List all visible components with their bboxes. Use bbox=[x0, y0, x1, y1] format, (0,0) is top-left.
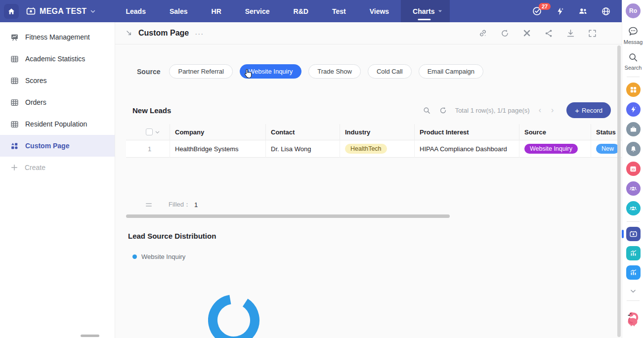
base-app-active-icon[interactable] bbox=[626, 227, 641, 241]
table-footer-summary: Filled： 1 bbox=[146, 200, 622, 209]
groups-app-icon[interactable] bbox=[626, 201, 641, 215]
table-search-icon[interactable] bbox=[423, 106, 431, 115]
collapse-arrow-icon[interactable] bbox=[125, 29, 133, 37]
right-rail: Ro Messag Search 23 bbox=[622, 0, 644, 338]
sidebar-item-label: Custom Page bbox=[25, 142, 69, 150]
column-header-company[interactable]: Company bbox=[170, 124, 265, 140]
tasks-check-icon[interactable]: 27 bbox=[532, 6, 542, 16]
chart-title: Lead Source Distribution bbox=[128, 232, 622, 240]
base-app-icon bbox=[26, 6, 36, 16]
sidebar-item-fitness-management[interactable]: Fitness Management bbox=[0, 26, 115, 48]
plus-icon bbox=[10, 164, 18, 171]
filled-label: Filled： bbox=[169, 200, 190, 209]
filter-pill-email-campaign[interactable]: Email Campaign bbox=[419, 64, 483, 79]
members-icon[interactable] bbox=[578, 6, 588, 16]
cell-source[interactable]: Website Inquiry bbox=[519, 140, 591, 158]
notification-badge: 27 bbox=[539, 3, 551, 10]
globe-icon[interactable] bbox=[601, 6, 611, 16]
share-icon[interactable] bbox=[544, 29, 554, 38]
table-refresh-icon[interactable] bbox=[439, 106, 447, 115]
refresh-icon[interactable] bbox=[500, 29, 510, 38]
column-header-product-interest[interactable]: Product Interest bbox=[414, 124, 519, 140]
svg-text:23: 23 bbox=[632, 168, 635, 171]
topbar: MEGA TEST Leads Sales HR Service R&D Tes… bbox=[0, 0, 622, 22]
sidebar-item-label: Resident Population bbox=[25, 120, 87, 128]
apps-grid-icon[interactable] bbox=[626, 83, 641, 97]
filter-pill-cold-call[interactable]: Cold Call bbox=[368, 64, 412, 79]
prev-page-button[interactable]: ‹ bbox=[538, 106, 542, 115]
horizontal-scrollbar[interactable] bbox=[126, 214, 450, 218]
more-options-button[interactable]: ··· bbox=[195, 29, 204, 38]
nav-tab-views[interactable]: Views bbox=[358, 0, 401, 22]
table-row[interactable]: 1 HealthBridge Systems Dr. Lisa Wong Hea… bbox=[126, 140, 622, 158]
fullscreen-icon[interactable] bbox=[588, 29, 597, 38]
rail-collapse[interactable] bbox=[630, 288, 637, 295]
workspace-switcher[interactable]: MEGA TEST bbox=[26, 6, 96, 16]
sidebar-create-label: Create bbox=[25, 164, 45, 171]
sidebar-item-orders[interactable]: Orders bbox=[0, 91, 115, 113]
message-bubble-icon bbox=[627, 25, 639, 37]
calendar-app-icon[interactable]: 23 bbox=[626, 162, 641, 176]
sidebar-item-academic-statistics[interactable]: Academic Statistics bbox=[0, 48, 115, 70]
download-icon[interactable] bbox=[566, 29, 575, 38]
copy-link-icon[interactable] bbox=[478, 28, 488, 38]
contacts-app-icon[interactable] bbox=[626, 181, 641, 196]
home-button[interactable] bbox=[4, 4, 19, 19]
active-app-indicator bbox=[622, 230, 624, 238]
column-header-industry[interactable]: Industry bbox=[340, 124, 414, 140]
column-header-source[interactable]: Source bbox=[519, 124, 591, 140]
home-icon bbox=[7, 7, 15, 15]
industry-tag: HealthTech bbox=[345, 144, 387, 154]
filter-pill-website-inquiry[interactable]: Website Inquiry bbox=[240, 64, 301, 79]
edit-tools-icon[interactable] bbox=[522, 28, 532, 38]
flash-app-icon[interactable] bbox=[626, 102, 641, 117]
sidebar-item-custom-page[interactable]: Custom Page bbox=[0, 135, 115, 157]
rail-divider bbox=[627, 300, 640, 301]
left-sidebar: Fitness Management Academic Statistics S… bbox=[0, 22, 115, 338]
leads-table: Company Contact Industry Product Interes… bbox=[126, 124, 622, 158]
analytics-teal-app-icon[interactable] bbox=[626, 246, 641, 260]
sidebar-create-button[interactable]: Create bbox=[0, 157, 115, 178]
cell-product-interest[interactable]: HIPAA Compliance Dashboard bbox=[414, 140, 519, 158]
table-icon bbox=[10, 98, 19, 107]
table-header-row: Company Contact Industry Product Interes… bbox=[126, 124, 622, 140]
sidebar-scrollbar-fragment[interactable] bbox=[81, 335, 99, 337]
filter-pill-partner-referral[interactable]: Partner Referral bbox=[169, 64, 232, 79]
legend-dot bbox=[132, 254, 137, 259]
column-header-contact[interactable]: Contact bbox=[265, 124, 340, 140]
donut-chart bbox=[208, 295, 262, 338]
nav-tab-rd[interactable]: R&D bbox=[282, 0, 320, 22]
filled-value: 1 bbox=[194, 201, 198, 209]
nav-tab-service[interactable]: Service bbox=[233, 0, 282, 22]
bell-app-icon[interactable] bbox=[626, 142, 641, 156]
next-page-button[interactable]: › bbox=[550, 106, 555, 115]
add-record-button[interactable]: + Record bbox=[566, 102, 611, 118]
analytics-blue-app-icon[interactable] bbox=[626, 265, 641, 280]
sidebar-item-label: Orders bbox=[25, 98, 46, 106]
briefcase-app-icon[interactable] bbox=[626, 122, 641, 136]
flamingo-sticker[interactable] bbox=[625, 310, 641, 327]
sidebar-item-scores[interactable]: Scores bbox=[0, 70, 115, 91]
select-all-checkbox[interactable] bbox=[146, 128, 153, 135]
nav-tab-test[interactable]: Test bbox=[320, 0, 358, 22]
nav-tab-charts[interactable]: Charts bbox=[401, 0, 450, 22]
nav-tab-hr[interactable]: HR bbox=[200, 0, 233, 22]
rail-messages[interactable]: Messag bbox=[624, 25, 643, 45]
plus-icon: + bbox=[575, 106, 579, 115]
rail-search[interactable]: Search bbox=[625, 52, 642, 71]
cell-company[interactable]: HealthBridge Systems bbox=[170, 140, 265, 158]
sidebar-item-resident-population[interactable]: Resident Population bbox=[0, 113, 115, 135]
filter-pill-trade-show[interactable]: Trade Show bbox=[308, 64, 361, 79]
page-header: Custom Page ··· bbox=[115, 22, 622, 44]
nav-tab-leads[interactable]: Leads bbox=[114, 0, 157, 22]
chart-legend[interactable]: Website Inquiry bbox=[132, 253, 622, 260]
avatar[interactable]: Ro bbox=[626, 3, 641, 18]
main-content: Custom Page ··· Source Partner bbox=[115, 22, 622, 338]
vertical-scrollbar[interactable] bbox=[617, 45, 621, 337]
source-tag: Website Inquiry bbox=[524, 144, 578, 154]
sidebar-item-label: Academic Statistics bbox=[25, 55, 85, 63]
cell-industry[interactable]: HealthTech bbox=[340, 140, 414, 158]
automation-lightning-icon[interactable] bbox=[555, 6, 565, 16]
cell-contact[interactable]: Dr. Lisa Wong bbox=[265, 140, 340, 158]
nav-tab-sales[interactable]: Sales bbox=[158, 0, 200, 22]
